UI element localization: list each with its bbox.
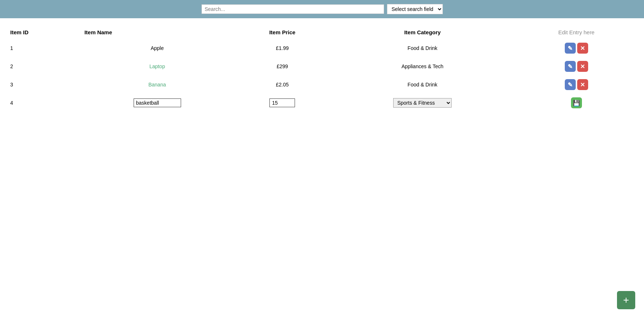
item-price-label: £299: [277, 63, 288, 69]
item-category-label: Appliances & Tech: [402, 63, 444, 69]
header-bar: Select search fieldItem IDItem NameItem …: [0, 0, 644, 18]
item-category-label: Food & Drink: [407, 45, 437, 51]
save-button[interactable]: 💾: [571, 97, 582, 108]
item-name-label: Apple: [151, 45, 164, 51]
delete-button[interactable]: ✕: [577, 79, 588, 90]
cell-category: Food & Drink: [330, 75, 515, 94]
table-row: 2Laptop£299Appliances & Tech✎✕: [6, 57, 638, 75]
cell-id: 2: [6, 57, 80, 75]
add-entry-button[interactable]: +: [617, 291, 635, 309]
cell-price: £299: [234, 57, 330, 75]
main-content: Item ID Item Name Item Price Item Catego…: [0, 18, 644, 119]
cell-name: Banana: [80, 75, 234, 94]
cell-category: Food & Drink: [330, 39, 515, 57]
item-name-label: Laptop: [149, 63, 165, 69]
edit-category-select[interactable]: Food & DrinkAppliances & TechSports & Fi…: [393, 98, 452, 108]
edit-button[interactable]: ✎: [565, 43, 576, 54]
table-row: 1Apple£1.99Food & Drink✎✕: [6, 39, 638, 57]
edit-button[interactable]: ✎: [565, 79, 576, 90]
edit-name-input[interactable]: [134, 98, 181, 107]
cell-edit: ✎✕: [515, 75, 638, 94]
cell-id: 3: [6, 75, 80, 94]
items-table: Item ID Item Name Item Price Item Catego…: [6, 26, 638, 112]
col-header-category: Item Category: [330, 26, 515, 39]
cell-edit: ✎✕: [515, 39, 638, 57]
item-price-label: £2.05: [276, 82, 289, 88]
cell-category[interactable]: Food & DrinkAppliances & TechSports & Fi…: [330, 94, 515, 112]
cell-edit: 💾: [515, 94, 638, 112]
delete-button[interactable]: ✕: [577, 61, 588, 72]
edit-button[interactable]: ✎: [565, 61, 576, 72]
col-header-name: Item Name: [80, 26, 234, 39]
search-input[interactable]: [202, 4, 384, 14]
item-name-label: Banana: [148, 82, 166, 88]
cell-price: £1.99: [234, 39, 330, 57]
cell-id: 1: [6, 39, 80, 57]
cell-edit: ✎✕: [515, 57, 638, 75]
cell-price: £2.05: [234, 75, 330, 94]
item-price-label: £1.99: [276, 45, 289, 51]
col-header-id: Item ID: [6, 26, 80, 39]
cell-name: Laptop: [80, 57, 234, 75]
table-row: 4Food & DrinkAppliances & TechSports & F…: [6, 94, 638, 112]
item-category-label: Food & Drink: [407, 82, 437, 88]
cell-id: 4: [6, 94, 80, 112]
edit-price-input[interactable]: [269, 98, 295, 107]
delete-button[interactable]: ✕: [577, 43, 588, 54]
cell-price[interactable]: [234, 94, 330, 112]
cell-category: Appliances & Tech: [330, 57, 515, 75]
cell-name[interactable]: [80, 94, 234, 112]
table-row: 3Banana£2.05Food & Drink✎✕: [6, 75, 638, 94]
search-field-select[interactable]: Select search fieldItem IDItem NameItem …: [387, 4, 443, 14]
col-header-edit: Edit Entry here: [515, 26, 638, 39]
table-header-row: Item ID Item Name Item Price Item Catego…: [6, 26, 638, 39]
cell-name: Apple: [80, 39, 234, 57]
col-header-price: Item Price: [234, 26, 330, 39]
